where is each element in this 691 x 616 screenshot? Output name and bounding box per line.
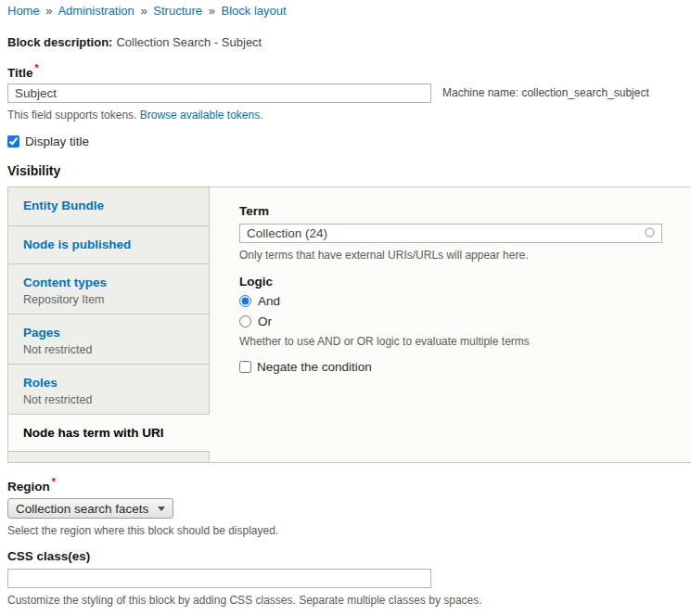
vertical-tab-roles[interactable]: Roles Not restricted bbox=[8, 365, 210, 415]
machine-name-text: Machine name: collection_search_subject bbox=[442, 86, 649, 99]
css-classes-description: Customize the styling of this block by a… bbox=[7, 594, 691, 607]
breadcrumb-separator: » bbox=[45, 4, 52, 18]
visibility-vertical-tabs: Entity Bundle Node is published Content … bbox=[7, 186, 691, 463]
display-title-label[interactable]: Display title bbox=[25, 135, 89, 148]
display-title-form-item: Display title bbox=[7, 135, 691, 148]
term-autocomplete-input[interactable] bbox=[239, 224, 662, 243]
vertical-tab-content-types[interactable]: Content types Repository Item bbox=[8, 264, 210, 314]
vertical-tabs-menu: Entity Bundle Node is published Content … bbox=[7, 187, 210, 462]
logic-label: Logic bbox=[239, 275, 676, 289]
breadcrumb-link-administration[interactable]: Administration bbox=[58, 4, 134, 18]
vertical-tab-node-has-term-with-uri[interactable]: Node has term with URI bbox=[8, 415, 210, 452]
required-marker: * bbox=[35, 62, 39, 73]
node-has-term-with-uri-pane: Term Only terms that have external URIs/… bbox=[210, 187, 691, 462]
breadcrumb-separator: » bbox=[209, 4, 215, 18]
region-label: Region* bbox=[7, 475, 691, 494]
autocomplete-throbber-icon bbox=[645, 227, 655, 237]
vertical-tab-pages[interactable]: Pages Not restricted bbox=[8, 314, 210, 365]
logic-or-label[interactable]: Or bbox=[258, 314, 272, 328]
breadcrumb-separator: » bbox=[140, 4, 147, 18]
breadcrumb-link-home[interactable]: Home bbox=[7, 4, 40, 18]
block-description-label: Block description: bbox=[7, 35, 112, 49]
negate-condition-checkbox[interactable] bbox=[239, 361, 251, 373]
vertical-tab-link[interactable]: Node is published bbox=[23, 237, 201, 252]
vertical-tab-link[interactable]: Roles bbox=[23, 376, 201, 391]
logic-option-or: Or bbox=[239, 314, 676, 329]
vertical-tab-link[interactable]: Content types bbox=[23, 276, 201, 290]
logic-description: Whether to use AND or OR logic to evalua… bbox=[239, 335, 676, 348]
breadcrumb-link-structure[interactable]: Structure bbox=[153, 4, 202, 18]
vertical-tab-entity-bundle[interactable]: Entity Bundle bbox=[8, 187, 210, 226]
visibility-heading: Visibility bbox=[7, 163, 691, 178]
title-label: Title* bbox=[7, 61, 691, 80]
vertical-tab-summary: Not restricted bbox=[23, 342, 201, 357]
title-input[interactable] bbox=[7, 83, 431, 103]
logic-and-radio[interactable] bbox=[239, 295, 251, 307]
negate-condition-label[interactable]: Negate the condition bbox=[257, 360, 372, 374]
css-classes-input[interactable] bbox=[7, 569, 431, 588]
required-marker: * bbox=[52, 476, 56, 487]
caret-down-icon bbox=[158, 507, 165, 511]
css-classes-form-item: CSS class(es) Customize the styling of t… bbox=[7, 549, 691, 607]
region-select-value: Collection search facets bbox=[16, 502, 148, 516]
browse-tokens-link[interactable]: Browse available tokens. bbox=[140, 109, 263, 122]
vertical-tab-link[interactable]: Pages bbox=[23, 326, 201, 340]
term-description: Only terms that have external URIs/URLs … bbox=[239, 249, 676, 262]
vertical-tab-summary: Not restricted bbox=[23, 392, 201, 407]
breadcrumb-link-block-layout[interactable]: Block layout bbox=[222, 4, 287, 18]
logic-option-and: And bbox=[239, 293, 676, 309]
negate-form-item: Negate the condition bbox=[239, 360, 676, 374]
logic-and-label[interactable]: And bbox=[258, 294, 280, 308]
region-select[interactable]: Collection search facets bbox=[7, 498, 173, 519]
vertical-tabs-menu-footer bbox=[8, 452, 210, 462]
title-help-text: This field supports tokens. Browse avail… bbox=[7, 109, 691, 122]
block-configuration-page: Home » Administration » Structure » Bloc… bbox=[0, 0, 691, 616]
vertical-tab-link[interactable]: Node has term with URI bbox=[23, 426, 202, 441]
vertical-tab-node-is-published[interactable]: Node is published bbox=[8, 226, 210, 264]
block-description-value: Collection Search - Subject bbox=[116, 35, 262, 49]
region-form-item: Region* Collection search facets Select … bbox=[7, 475, 691, 538]
css-classes-label: CSS class(es) bbox=[7, 549, 691, 563]
term-label: Term bbox=[239, 204, 676, 218]
vertical-tab-link[interactable]: Entity Bundle bbox=[23, 199, 201, 213]
logic-or-radio[interactable] bbox=[239, 315, 251, 327]
block-description: Block description:Collection Search - Su… bbox=[7, 35, 691, 49]
vertical-tab-summary: Repository Item bbox=[23, 292, 201, 307]
region-description: Select the region where this block shoul… bbox=[7, 524, 691, 537]
title-form-item: Title* Machine name: collection_search_s… bbox=[7, 61, 691, 122]
display-title-checkbox[interactable] bbox=[7, 135, 19, 148]
breadcrumb: Home » Administration » Structure » Bloc… bbox=[7, 4, 691, 18]
